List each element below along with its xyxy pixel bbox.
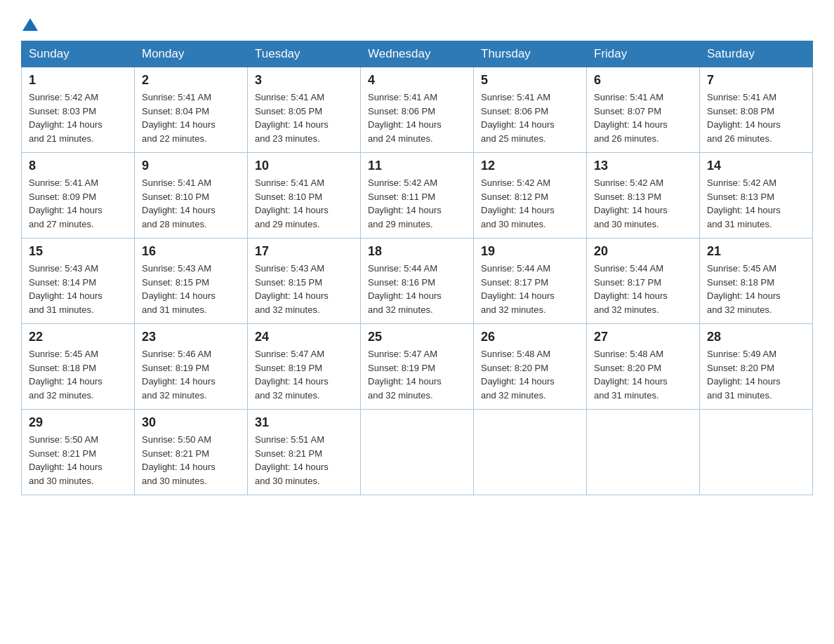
day-info: Sunrise: 5:48 AM Sunset: 8:20 PM Dayligh… (481, 347, 579, 402)
day-number: 5 (481, 73, 579, 88)
calendar-week-row: 1 Sunrise: 5:42 AM Sunset: 8:03 PM Dayli… (22, 67, 813, 153)
calendar-cell: 2 Sunrise: 5:41 AM Sunset: 8:04 PM Dayli… (135, 67, 248, 153)
calendar-week-row: 29 Sunrise: 5:50 AM Sunset: 8:21 PM Dayl… (22, 410, 813, 495)
day-info: Sunrise: 5:41 AM Sunset: 8:04 PM Dayligh… (142, 90, 240, 145)
day-info: Sunrise: 5:41 AM Sunset: 8:10 PM Dayligh… (142, 176, 240, 231)
calendar-cell (361, 410, 474, 495)
weekday-header-tuesday: Tuesday (248, 41, 361, 67)
calendar-cell: 22 Sunrise: 5:45 AM Sunset: 8:18 PM Dayl… (22, 324, 135, 410)
calendar-cell: 30 Sunrise: 5:50 AM Sunset: 8:21 PM Dayl… (135, 410, 248, 495)
calendar-cell: 12 Sunrise: 5:42 AM Sunset: 8:12 PM Dayl… (474, 153, 587, 239)
weekday-header-row: SundayMondayTuesdayWednesdayThursdayFrid… (22, 41, 813, 67)
day-info: Sunrise: 5:51 AM Sunset: 8:21 PM Dayligh… (255, 433, 353, 488)
calendar-cell: 29 Sunrise: 5:50 AM Sunset: 8:21 PM Dayl… (22, 410, 135, 495)
day-number: 12 (481, 159, 579, 173)
calendar-cell: 31 Sunrise: 5:51 AM Sunset: 8:21 PM Dayl… (248, 410, 361, 495)
day-number: 2 (142, 73, 240, 88)
weekday-header-saturday: Saturday (700, 41, 813, 67)
day-number: 23 (142, 330, 240, 344)
day-number: 29 (29, 415, 127, 430)
day-number: 4 (368, 73, 466, 88)
day-info: Sunrise: 5:44 AM Sunset: 8:17 PM Dayligh… (481, 262, 579, 316)
day-number: 13 (594, 159, 692, 173)
day-number: 28 (707, 330, 805, 344)
calendar-cell: 10 Sunrise: 5:41 AM Sunset: 8:10 PM Dayl… (248, 153, 361, 239)
day-number: 14 (707, 159, 805, 173)
calendar-cell: 6 Sunrise: 5:41 AM Sunset: 8:07 PM Dayli… (587, 67, 700, 153)
day-info: Sunrise: 5:42 AM Sunset: 8:13 PM Dayligh… (594, 176, 692, 231)
day-info: Sunrise: 5:43 AM Sunset: 8:15 PM Dayligh… (142, 262, 240, 316)
calendar-cell: 20 Sunrise: 5:44 AM Sunset: 8:17 PM Dayl… (587, 239, 700, 324)
day-info: Sunrise: 5:42 AM Sunset: 8:03 PM Dayligh… (29, 90, 127, 145)
calendar-cell (587, 410, 700, 495)
calendar-cell (700, 410, 813, 495)
weekday-header-wednesday: Wednesday (361, 41, 474, 67)
calendar-cell: 21 Sunrise: 5:45 AM Sunset: 8:18 PM Dayl… (700, 239, 813, 324)
calendar-cell: 14 Sunrise: 5:42 AM Sunset: 8:13 PM Dayl… (700, 153, 813, 239)
day-info: Sunrise: 5:50 AM Sunset: 8:21 PM Dayligh… (29, 433, 127, 488)
day-info: Sunrise: 5:41 AM Sunset: 8:10 PM Dayligh… (255, 176, 353, 231)
calendar-cell: 28 Sunrise: 5:49 AM Sunset: 8:20 PM Dayl… (700, 324, 813, 410)
weekday-header-monday: Monday (135, 41, 248, 67)
day-info: Sunrise: 5:44 AM Sunset: 8:16 PM Dayligh… (368, 262, 466, 316)
calendar-week-row: 15 Sunrise: 5:43 AM Sunset: 8:14 PM Dayl… (22, 239, 813, 324)
calendar-cell: 5 Sunrise: 5:41 AM Sunset: 8:06 PM Dayli… (474, 67, 587, 153)
calendar-cell: 17 Sunrise: 5:43 AM Sunset: 8:15 PM Dayl… (248, 239, 361, 324)
day-number: 19 (481, 244, 579, 259)
day-info: Sunrise: 5:41 AM Sunset: 8:06 PM Dayligh… (368, 90, 466, 145)
day-info: Sunrise: 5:42 AM Sunset: 8:11 PM Dayligh… (368, 176, 466, 231)
day-info: Sunrise: 5:48 AM Sunset: 8:20 PM Dayligh… (594, 347, 692, 402)
page-header (21, 14, 813, 32)
day-info: Sunrise: 5:43 AM Sunset: 8:15 PM Dayligh… (255, 262, 353, 316)
day-number: 7 (707, 73, 805, 88)
calendar-cell: 27 Sunrise: 5:48 AM Sunset: 8:20 PM Dayl… (587, 324, 700, 410)
calendar-cell: 3 Sunrise: 5:41 AM Sunset: 8:05 PM Dayli… (248, 67, 361, 153)
calendar-cell: 7 Sunrise: 5:41 AM Sunset: 8:08 PM Dayli… (700, 67, 813, 153)
day-number: 24 (255, 330, 353, 344)
day-info: Sunrise: 5:42 AM Sunset: 8:13 PM Dayligh… (707, 176, 805, 231)
calendar-cell: 1 Sunrise: 5:42 AM Sunset: 8:03 PM Dayli… (22, 67, 135, 153)
day-info: Sunrise: 5:47 AM Sunset: 8:19 PM Dayligh… (255, 347, 353, 402)
day-number: 21 (707, 244, 805, 259)
day-info: Sunrise: 5:45 AM Sunset: 8:18 PM Dayligh… (707, 262, 805, 316)
day-number: 3 (255, 73, 353, 88)
day-info: Sunrise: 5:46 AM Sunset: 8:19 PM Dayligh… (142, 347, 240, 402)
calendar-cell: 23 Sunrise: 5:46 AM Sunset: 8:19 PM Dayl… (135, 324, 248, 410)
svg-marker-0 (22, 18, 38, 31)
day-number: 10 (255, 159, 353, 173)
calendar-cell: 9 Sunrise: 5:41 AM Sunset: 8:10 PM Dayli… (135, 153, 248, 239)
day-number: 15 (29, 244, 127, 259)
day-info: Sunrise: 5:41 AM Sunset: 8:09 PM Dayligh… (29, 176, 127, 231)
day-number: 22 (29, 330, 127, 344)
day-number: 9 (142, 159, 240, 173)
day-info: Sunrise: 5:47 AM Sunset: 8:19 PM Dayligh… (368, 347, 466, 402)
day-number: 31 (255, 415, 353, 430)
calendar-cell: 25 Sunrise: 5:47 AM Sunset: 8:19 PM Dayl… (361, 324, 474, 410)
calendar-cell: 24 Sunrise: 5:47 AM Sunset: 8:19 PM Dayl… (248, 324, 361, 410)
day-number: 20 (594, 244, 692, 259)
calendar-cell: 15 Sunrise: 5:43 AM Sunset: 8:14 PM Dayl… (22, 239, 135, 324)
day-number: 1 (29, 73, 127, 88)
calendar-cell: 18 Sunrise: 5:44 AM Sunset: 8:16 PM Dayl… (361, 239, 474, 324)
day-number: 16 (142, 244, 240, 259)
calendar-week-row: 22 Sunrise: 5:45 AM Sunset: 8:18 PM Dayl… (22, 324, 813, 410)
day-info: Sunrise: 5:41 AM Sunset: 8:05 PM Dayligh… (255, 90, 353, 145)
day-info: Sunrise: 5:44 AM Sunset: 8:17 PM Dayligh… (594, 262, 692, 316)
calendar-cell: 8 Sunrise: 5:41 AM Sunset: 8:09 PM Dayli… (22, 153, 135, 239)
day-info: Sunrise: 5:41 AM Sunset: 8:07 PM Dayligh… (594, 90, 692, 145)
day-number: 11 (368, 159, 466, 173)
day-number: 27 (594, 330, 692, 344)
calendar-cell: 16 Sunrise: 5:43 AM Sunset: 8:15 PM Dayl… (135, 239, 248, 324)
weekday-header-sunday: Sunday (22, 41, 135, 67)
day-number: 6 (594, 73, 692, 88)
day-info: Sunrise: 5:42 AM Sunset: 8:12 PM Dayligh… (481, 176, 579, 231)
calendar-cell: 11 Sunrise: 5:42 AM Sunset: 8:11 PM Dayl… (361, 153, 474, 239)
day-number: 17 (255, 244, 353, 259)
calendar-cell: 26 Sunrise: 5:48 AM Sunset: 8:20 PM Dayl… (474, 324, 587, 410)
calendar-table: SundayMondayTuesdayWednesdayThursdayFrid… (21, 41, 813, 495)
calendar-cell: 4 Sunrise: 5:41 AM Sunset: 8:06 PM Dayli… (361, 67, 474, 153)
calendar-week-row: 8 Sunrise: 5:41 AM Sunset: 8:09 PM Dayli… (22, 153, 813, 239)
weekday-header-friday: Friday (587, 41, 700, 67)
day-info: Sunrise: 5:49 AM Sunset: 8:20 PM Dayligh… (707, 347, 805, 402)
calendar-cell: 13 Sunrise: 5:42 AM Sunset: 8:13 PM Dayl… (587, 153, 700, 239)
